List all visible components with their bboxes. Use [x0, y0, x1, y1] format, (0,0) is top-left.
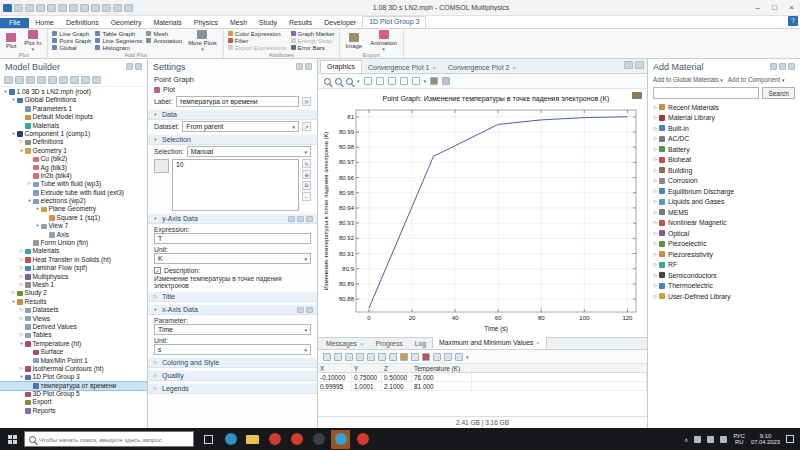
tree-item-component-1-comp1[interactable]: ▾Component 1 (comp1) [0, 130, 147, 138]
sync-label-icon[interactable]: ⟳ [302, 97, 311, 106]
material-item-semiconductors[interactable]: ▷Semiconductors [648, 270, 800, 281]
more-plots-button[interactable]: More Plots ▾ [186, 30, 219, 52]
material-item-nonlinear-magnetic[interactable]: ▷Nonlinear Magnetic [648, 218, 800, 229]
snapshot-icon[interactable] [632, 92, 642, 99]
description-checkbox[interactable]: ✓ [154, 267, 161, 274]
material-item-material-library[interactable]: ▷Material Library [648, 113, 800, 124]
tree-item-axis[interactable]: Axis [0, 231, 147, 239]
ribbon-tab-physics[interactable]: Physics [188, 18, 224, 28]
tree-item-export[interactable]: Export [0, 398, 147, 406]
telegram-icon[interactable] [331, 430, 350, 449]
tree-item-parameters-1[interactable]: Parameters 1 [0, 105, 147, 113]
minimize-icon[interactable]: – [749, 0, 766, 15]
paint-icon[interactable] [400, 353, 408, 361]
expand-icon[interactable]: ▷ [652, 126, 659, 131]
tree-arrow-icon[interactable]: ▷ [26, 180, 33, 188]
obs-icon[interactable] [309, 430, 328, 449]
tree-item-1-08-3d-s-ln2-mph-root[interactable]: ▾1.08 3D s LN2.mph (root) [0, 88, 147, 96]
tree-item-температура-от-времени[interactable]: температура от времени [0, 382, 147, 390]
replace-expression-icon[interactable] [288, 216, 295, 222]
plot-button[interactable]: Plot [154, 86, 175, 93]
tree-arrow-icon[interactable]: ▾ [10, 130, 17, 138]
ribbon-tab-results[interactable]: Results [283, 18, 318, 28]
dropdown-icon[interactable]: ▾ [424, 78, 427, 84]
add-to-component-button[interactable]: Add to Component ▾ [728, 76, 785, 83]
ribbon-tab-mesh[interactable]: Mesh [224, 18, 253, 28]
tree-item-extrude-tube-with-fluid-ext3[interactable]: Extrude tube with fluid (ext3) [0, 189, 147, 197]
mesh-button[interactable]: Mesh [146, 30, 182, 37]
material-item-ac-dc[interactable]: ▷AC/DC [648, 134, 800, 145]
tree-item-datasets[interactable]: ▷Datasets [0, 306, 147, 314]
dataset-select[interactable]: From parent▾ [182, 121, 299, 132]
tree-arrow-icon[interactable]: ▾ [26, 197, 33, 205]
yandex-browser-icon[interactable] [265, 430, 284, 449]
tree-item-study-2[interactable]: ▷Study 2 [0, 289, 147, 297]
expand-icon[interactable]: ▷ [652, 157, 659, 162]
tree-arrow-icon[interactable]: ▾ [34, 222, 41, 230]
forward-icon[interactable] [15, 76, 24, 84]
expand-icon[interactable]: ▷ [652, 178, 659, 183]
tree-arrow-icon[interactable]: ▷ [18, 273, 25, 281]
close-icon[interactable]: × [783, 0, 800, 15]
line-segments-button[interactable]: Line Segments [95, 37, 142, 44]
bottom-tab-messages[interactable]: Messages× [320, 338, 370, 349]
material-item-recent-materials[interactable]: ▷Recent Materials [648, 102, 800, 113]
expand-icon[interactable]: ▷ [652, 199, 659, 204]
graphics-tab-convergence-plot-2[interactable]: Convergence Plot 2× [442, 62, 522, 73]
table-cell[interactable]: 0.50000 [382, 373, 412, 381]
axis-box-1-icon[interactable] [376, 77, 384, 85]
dropdown-icon[interactable] [297, 216, 304, 222]
dropdown-icon[interactable] [92, 76, 101, 84]
material-item-piezoelectric[interactable]: ▷Piezoelectric [648, 239, 800, 250]
graph-marker-button[interactable]: Graph Marker [291, 30, 335, 37]
expand-icon[interactable]: ▷ [652, 294, 659, 299]
tree-item-heat-transfer-in-solids-ht[interactable]: ▷Heat Transfer in Solids (ht) [0, 256, 147, 264]
precision-icon[interactable] [334, 353, 342, 361]
tree-item-multiphysics[interactable]: ▷Multiphysics [0, 273, 147, 281]
plot-button[interactable]: Plot [4, 33, 18, 49]
expand-icon[interactable]: ▷ [652, 115, 659, 120]
plot-table-icon[interactable] [389, 353, 397, 361]
minimize-panel-icon[interactable] [624, 61, 633, 69]
scene-light-icon[interactable] [412, 77, 420, 85]
zoom-out-icon[interactable] [335, 78, 342, 85]
tree-item-form-union-fin[interactable]: Form Union (fin) [0, 239, 147, 247]
tree-arrow-icon[interactable]: ▷ [18, 247, 25, 255]
material-item-liquids-and-gases[interactable]: ▷Liquids and Gases [648, 197, 800, 208]
ribbon-tab-1d-plot-group-3[interactable]: 1D Plot Group 3 [362, 16, 426, 28]
dropdown-icon[interactable] [124, 4, 133, 12]
compact-history-icon[interactable] [47, 4, 56, 12]
copy-table-icon[interactable] [356, 353, 364, 361]
table-settings-icon[interactable] [323, 353, 331, 361]
graphics-tab-graphics[interactable]: Graphics [320, 60, 362, 73]
tree-arrow-icon[interactable]: ▷ [18, 331, 25, 339]
material-item-thermoelectric[interactable]: ▷Thermoelectric [648, 281, 800, 292]
expand-icon[interactable]: ▷ [652, 241, 659, 246]
battery-icon[interactable] [694, 436, 701, 443]
language-indicator[interactable]: РУСRU [733, 433, 745, 446]
detach-icon[interactable] [135, 63, 142, 70]
graphics-tab-convergence-plot-1[interactable]: Convergence Plot 1× [362, 62, 442, 73]
material-item-equilibrium-discharge[interactable]: ▷Equilibrium Discharge [648, 186, 800, 197]
material-search-input[interactable] [653, 87, 759, 99]
selection-list[interactable]: 10 [172, 159, 299, 211]
down-icon[interactable] [37, 76, 46, 84]
tree-item-geometry-1[interactable]: ▾Geometry 1 [0, 147, 147, 155]
tree-arrow-icon[interactable]: ▾ [2, 88, 9, 96]
tree-arrow-icon[interactable]: ▾ [18, 373, 25, 381]
run-icon[interactable] [58, 4, 67, 12]
back-icon[interactable] [4, 76, 13, 84]
table-graph-button[interactable]: Table Graph [95, 30, 142, 37]
red-app-icon[interactable] [287, 430, 306, 449]
paste-icon[interactable] [102, 4, 111, 12]
table-cell[interactable]: -0.10000 [318, 373, 352, 381]
explorer-icon[interactable] [243, 430, 262, 449]
tree-item-cu-blk2[interactable]: Cu (blk2) [0, 155, 147, 163]
zoom-extents-icon[interactable] [346, 78, 353, 85]
image-button[interactable]: Image [344, 33, 365, 49]
section-title[interactable]: ▷Title [148, 291, 317, 302]
plot-area[interactable]: 02040608010012080.8880.8980.980.9180.928… [318, 89, 647, 337]
material-search-button[interactable]: Search [762, 87, 795, 99]
add-to-global-materials-button[interactable]: Add to Global Materials ▾ [653, 76, 723, 83]
detach-icon[interactable] [779, 63, 786, 70]
